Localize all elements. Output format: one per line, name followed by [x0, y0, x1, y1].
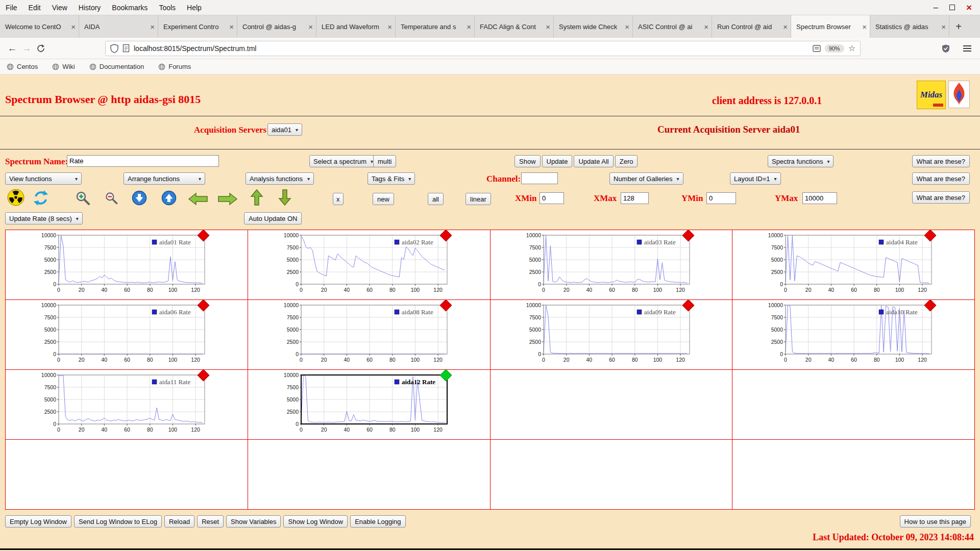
back-button[interactable]: ←: [5, 43, 19, 54]
tab-system-wide-check[interactable]: System wide Check×: [554, 15, 633, 38]
gallery-cell-aida03[interactable]: 025005000750010000020406080100120aida03 …: [491, 230, 732, 299]
flame-logo[interactable]: [948, 81, 970, 108]
menu-edit[interactable]: Edit: [23, 4, 46, 12]
reload-button[interactable]: [34, 44, 48, 53]
tab-close-icon[interactable]: ×: [704, 22, 708, 31]
xmin-input[interactable]: [540, 192, 564, 204]
page-info-icon[interactable]: [122, 44, 130, 53]
reload-button[interactable]: Reload: [164, 515, 194, 528]
gallery-cell-aida09[interactable]: 025005000750010000020406080100120aida09 …: [491, 300, 732, 369]
tab-close-icon[interactable]: ×: [862, 22, 867, 31]
update-all-button[interactable]: Update All: [574, 155, 613, 167]
zoom-level-badge[interactable]: 90%: [825, 44, 844, 53]
spectrum-chart-aida04[interactable]: 025005000750010000020406080100120aida04 …: [732, 230, 974, 299]
url-bar[interactable]: localhost:8015/Spectrum/Spectrum.tml 90%…: [105, 41, 861, 56]
tab-close-icon[interactable]: ×: [467, 22, 471, 31]
arrange-functions-dropdown[interactable]: Arrange functions: [124, 172, 205, 185]
url-text[interactable]: localhost:8015/Spectrum/Spectrum.tml: [134, 44, 808, 53]
gallery-cell-aida08[interactable]: 025005000750010000020406080100120aida08 …: [248, 300, 490, 369]
menu-file[interactable]: File: [0, 4, 23, 12]
tab-close-icon[interactable]: ×: [387, 22, 392, 31]
gallery-cell-aida02[interactable]: 025005000750010000020406080100120aida02 …: [248, 230, 490, 299]
scroll-left-button[interactable]: [188, 192, 208, 206]
scroll-right-button[interactable]: [217, 192, 238, 206]
menu-help[interactable]: Help: [181, 4, 207, 12]
linear-button[interactable]: linear: [465, 193, 491, 205]
spectrum-chart-aida12[interactable]: 025005000750010000020406080100120aida12 …: [248, 370, 490, 439]
tab-experiment-contro[interactable]: Experiment Contro×: [158, 15, 237, 38]
new-button[interactable]: new: [373, 193, 394, 205]
tab-close-icon[interactable]: ×: [783, 22, 788, 31]
scroll-up-button[interactable]: [250, 189, 263, 206]
spectrum-chart-aida02[interactable]: 025005000750010000020406080100120aida02 …: [248, 230, 490, 299]
tab-run-control-aid[interactable]: Run Control @ aid×: [712, 15, 791, 38]
gallery-cell-aida12[interactable]: 025005000750010000020406080100120aida12 …: [248, 370, 490, 439]
tab-close-icon[interactable]: ×: [308, 22, 313, 31]
bookmark-forums[interactable]: Forums: [158, 63, 191, 70]
tab-asic-control-ai[interactable]: ASIC Control @ ai×: [633, 15, 712, 38]
menu-hamburger-icon[interactable]: [963, 45, 972, 52]
layout-id-dropdown[interactable]: Layout ID=1: [730, 172, 781, 185]
tab-led-and-waveform[interactable]: LED and Waveform×: [316, 15, 396, 38]
tab-statistics-aidas[interactable]: Statistics @ aidas×: [870, 15, 949, 38]
reset-button[interactable]: Reset: [197, 515, 224, 528]
tab-welcome-to-cento[interactable]: Welcome to CentO×: [0, 15, 79, 38]
radiation-button[interactable]: [7, 189, 24, 206]
bookmark-star-icon[interactable]: ☆: [848, 43, 855, 53]
tab-close-icon[interactable]: ×: [229, 22, 234, 31]
minimize-button[interactable]: –: [933, 3, 938, 13]
bookmark-wiki[interactable]: Wiki: [52, 63, 75, 70]
gallery-cell-aida10[interactable]: 025005000750010000020406080100120aida10 …: [732, 300, 974, 369]
update-rate-dropdown[interactable]: Update Rate (8 secs): [5, 212, 83, 224]
spectrum-name-input[interactable]: [67, 155, 219, 167]
auto-update-button[interactable]: Auto Update ON: [244, 212, 302, 224]
tab-control-aidas-g[interactable]: Control @ aidas-g×: [237, 15, 316, 38]
analysis-functions-dropdown[interactable]: Analysis functions: [246, 172, 314, 185]
ymax-input[interactable]: [802, 192, 837, 204]
tab-aida[interactable]: AIDA×: [79, 15, 158, 38]
zoom-out-button[interactable]: [104, 191, 118, 205]
reader-mode-icon[interactable]: [813, 45, 821, 52]
channel-input[interactable]: [521, 172, 558, 184]
tab-spectrum-browser[interactable]: Spectrum Browser×: [791, 15, 870, 38]
view-functions-dropdown[interactable]: View functions: [5, 172, 82, 185]
what-are-these-button-3[interactable]: What are these?: [912, 191, 970, 204]
gallery-cell-aida04[interactable]: 025005000750010000020406080100120aida04 …: [732, 230, 974, 299]
midas-logo[interactable]: Midas: [917, 81, 946, 109]
what-are-these-button-1[interactable]: What are these?: [912, 155, 970, 167]
spectrum-chart-aida09[interactable]: 025005000750010000020406080100120aida09 …: [491, 300, 732, 369]
all-button[interactable]: all: [428, 193, 444, 205]
close-button[interactable]: ×: [966, 3, 972, 12]
page-up-button[interactable]: [161, 190, 177, 206]
spectrum-chart-aida11[interactable]: 025005000750010000020406080100120aida11 …: [6, 370, 248, 439]
empty-log-window-button[interactable]: Empty Log Window: [5, 515, 71, 528]
new-tab-button[interactable]: +: [949, 15, 968, 38]
tab-close-icon[interactable]: ×: [625, 22, 629, 31]
gallery-cell-aida06[interactable]: 025005000750010000020406080100120aida06 …: [6, 300, 248, 369]
send-log-window-to-elog-button[interactable]: Send Log Window to ELog: [74, 515, 162, 528]
number-of-galleries-dropdown[interactable]: Number of Galleries: [609, 172, 683, 185]
menu-tools[interactable]: Tools: [153, 4, 181, 12]
ymin-input[interactable]: [706, 192, 736, 204]
menu-view[interactable]: View: [46, 4, 73, 12]
spectrum-chart-aida10[interactable]: 025005000750010000020406080100120aida10 …: [732, 300, 974, 369]
gallery-cell-aida11[interactable]: 025005000750010000020406080100120aida11 …: [6, 370, 248, 439]
update-button[interactable]: Update: [542, 155, 573, 167]
tab-close-icon[interactable]: ×: [71, 22, 76, 31]
acquisition-server-select[interactable]: aida01: [267, 123, 302, 136]
tab-fadc-align-cont[interactable]: FADC Align & Cont×: [475, 15, 554, 38]
xmax-input[interactable]: [621, 192, 649, 204]
shield-icon[interactable]: [110, 44, 118, 53]
zero-button[interactable]: Zero: [615, 155, 638, 167]
tab-close-icon[interactable]: ×: [150, 22, 155, 31]
x-button[interactable]: x: [333, 193, 344, 205]
bookmark-centos[interactable]: Centos: [7, 63, 38, 70]
spectrum-chart-aida06[interactable]: 025005000750010000020406080100120aida06 …: [6, 300, 248, 369]
tab-close-icon[interactable]: ×: [546, 22, 550, 31]
refresh-button[interactable]: [33, 190, 49, 206]
bookmark-documentation[interactable]: Documentation: [89, 63, 144, 70]
forward-button[interactable]: →: [19, 43, 34, 54]
menu-history[interactable]: History: [73, 4, 107, 12]
tab-temperature-and-s[interactable]: Temperature and s×: [396, 15, 475, 38]
multi-button[interactable]: multi: [373, 155, 396, 167]
